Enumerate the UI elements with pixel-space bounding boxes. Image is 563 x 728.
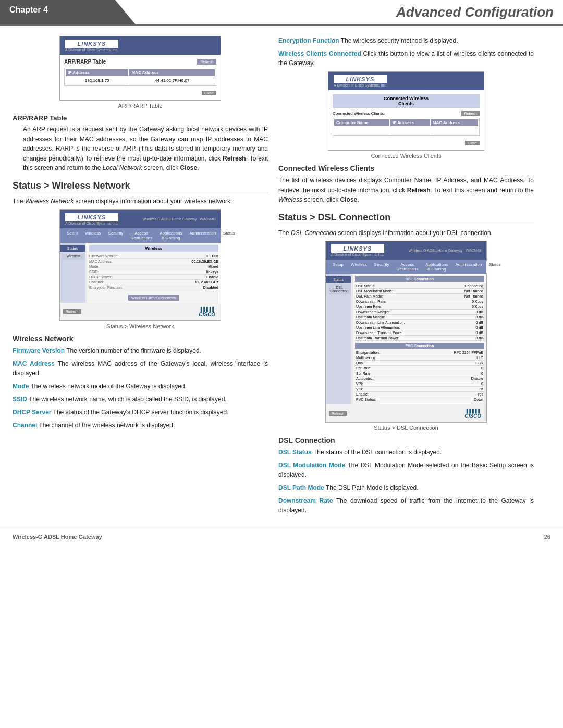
pvc-row-status: PVC Status: Down: [355, 397, 484, 402]
dsl-nav-status[interactable]: Status: [486, 261, 504, 273]
pvc-row-vci: VCI: 35: [355, 387, 484, 392]
nav-wireless[interactable]: Wireless: [82, 230, 104, 241]
arp-mac-value: 44:41:02:7F:H6:07: [129, 77, 215, 84]
wireless-clients-button[interactable]: Wireless Clients Connected: [128, 295, 179, 301]
left-column: LINKSYS A Division of Cisco Systems, Inc…: [13, 36, 268, 519]
nav-security[interactable]: Security: [106, 230, 126, 241]
arp-screenshot-caption: ARP/RARP Table: [13, 103, 268, 109]
wireless-screenshot-footer: Refresh ▌▌▌▌▌ CISCO: [60, 303, 221, 320]
linksys-logo-cwc: LINKSYS A Division of Cisco Systems, Inc…: [334, 75, 387, 87]
cwc-close-button[interactable]: Close: [465, 141, 480, 145]
pvc-row-enable: Enable: Yes: [355, 392, 484, 397]
cisco-logo-wireless: ▌▌▌▌▌ CISCO: [197, 304, 217, 319]
wireless-gateway-label: Wireless G ADSL Home Gateway WACM48: [123, 217, 215, 221]
wireless-content-area: Status Wireless Wireless Firmware Versio…: [60, 243, 221, 303]
arp-refresh-button[interactable]: Refresh: [197, 59, 216, 65]
nav-admin[interactable]: Administration: [187, 230, 218, 241]
dsl-refresh-button[interactable]: Refresh: [329, 411, 347, 416]
wireless-screenshot-container: LINKSYS A Division of Cisco Systems, Inc…: [13, 209, 268, 329]
param-dsl-status: DSL Status The status of the DSL connect…: [278, 448, 534, 457]
dsl-nav-security[interactable]: Security: [372, 261, 392, 273]
wl-row-ssid: SSID: linksys: [89, 269, 218, 275]
linksys-logo-wireless: LINKSYS A Division of Cisco Systems, Inc…: [65, 213, 118, 225]
cwc-computer-header: Computer Name: [334, 119, 389, 126]
status-dsl-heading: Status > DSL Connection: [278, 212, 534, 225]
page-footer: Wireless-G ADSL Home Gateway 26: [0, 529, 563, 544]
cwc-body-text: The list of wireless devices displays Co…: [278, 176, 534, 205]
footer-page-number: 26: [544, 534, 550, 540]
arp-screenshot-box: LINKSYS A Division of Cisco Systems, Inc…: [59, 36, 221, 101]
side-item-wireless[interactable]: Wireless: [62, 253, 85, 260]
dsl-screenshot-caption: Status > DSL Connection: [278, 425, 534, 431]
dsl-nav-applications[interactable]: Applications & Gaming: [423, 261, 450, 273]
param-dsl-downstream: Downstream Rate The download speed of tr…: [278, 496, 534, 515]
dsl-row-path: DSL Path Mode: Not Trained: [355, 294, 484, 299]
dsl-screenshot-nav: Setup Wireless Security Access Restricti…: [326, 260, 486, 274]
wireless-screenshot-header: LINKSYS A Division of Cisco Systems, Inc…: [60, 210, 221, 228]
pvc-row-encap: Encapsulation: RFC 2364 PPPoE: [355, 350, 484, 355]
right-column: Encryption Function The wireless securit…: [278, 36, 534, 519]
status-dsl-intro: The DSL Connection screen displays infor…: [278, 228, 534, 238]
dsl-row-modulation: DSL Modulation Mode: Not Trained: [355, 289, 484, 294]
side-item-dsl-status[interactable]: Status: [326, 276, 351, 283]
cwc-screenshot-header: LINKSYS A Division of Cisco Systems, Inc…: [328, 72, 484, 90]
param-channel: Channel The channel of the wireless netw…: [13, 421, 268, 430]
side-item-dsl[interactable]: DSL Connection: [328, 284, 351, 294]
chapter-text: Chapter 4: [9, 5, 48, 14]
nav-access[interactable]: Access Restrictions: [128, 230, 155, 241]
arp-section-heading: ARP/RARP Table: [13, 114, 268, 122]
page-header: Chapter 4 Advanced Configuration: [0, 0, 563, 26]
dsl-row-us-margin: Upstream Margin: 0 dB: [355, 315, 484, 320]
cwc-screenshot-container: LINKSYS A Division of Cisco Systems, Inc…: [278, 71, 534, 159]
wl-row-encryption: Encryption Function: Disabled: [89, 285, 218, 290]
cwc-refresh-button[interactable]: Refresh: [461, 111, 480, 116]
cwc-title: Connected WirelessClients: [333, 94, 480, 108]
wireless-network-subheading: Wireless Network: [13, 335, 268, 343]
arp-table: IP Address MAC Address 192.168.1.70 44:4…: [64, 68, 216, 86]
wireless-clients-button-container: Wireless Clients Connected: [89, 293, 218, 301]
side-item-status[interactable]: Status: [60, 245, 85, 252]
arp-title-bar: ARP/RARP Table Refresh: [64, 59, 216, 65]
wireless-section-title: Wireless: [89, 245, 218, 252]
dsl-screenshot-footer: Refresh ▌▌▌▌▌ CISCO: [326, 404, 486, 422]
param-dsl-modulation: DSL Modulation Mode The DSL Modulation M…: [278, 461, 534, 479]
nav-setup[interactable]: Setup: [64, 230, 80, 241]
dsl-row-ds-transmit: Downstream Transmit Power: 0 dB: [355, 330, 484, 336]
dsl-row-upstream: Upstream Rate: 0 Kbps: [355, 304, 484, 310]
table-row: 192.168.1.70 44:41:02:7F:H6:07: [66, 77, 215, 84]
nav-status[interactable]: Status: [221, 230, 238, 241]
arp-close-button[interactable]: Close: [202, 91, 216, 95]
dsl-row-ds-margin: Downstream Margin: 0 dB: [355, 310, 484, 315]
param-mode: Mode The wireless network mode of the Ga…: [13, 381, 268, 391]
dsl-screenshot-header: LINKSYS A Division of Cisco Systems, Inc…: [326, 241, 486, 260]
wireless-refresh-button[interactable]: Refresh: [63, 309, 81, 314]
arp-screenshot-header: LINKSYS A Division of Cisco Systems, Inc…: [60, 36, 221, 55]
dsl-row-status: DSL Status: Connecting: [355, 283, 484, 289]
arp-mac-header: MAC Address: [129, 69, 215, 76]
wireless-screenshot-nav: Setup Wireless Security Access Restricti…: [60, 228, 221, 243]
pvc-row-scr: Scr Rate: 0: [355, 371, 484, 376]
wl-row-dhcp: DHCP Server: Enable: [89, 275, 218, 280]
wireless-side-menu: Status Wireless: [60, 243, 85, 303]
dsl-nav-admin[interactable]: Administration: [452, 261, 484, 273]
wl-row-channel: Channel: 11, 2.462 GHz: [89, 280, 218, 285]
nav-applications[interactable]: Applications & Gaming: [157, 230, 185, 241]
pvc-row-pcr: Pcr Rate: 0: [355, 366, 484, 371]
dsl-nav-access[interactable]: Access Restrictions: [394, 261, 421, 273]
dsl-content-area: Status DSL Connection DSL Connection DSL…: [326, 274, 486, 404]
param-clients-connected: Wireless Clients Connected Click this bu…: [278, 49, 534, 68]
footer-product-name: Wireless-G ADSL Home Gateway: [13, 534, 102, 540]
dsl-row-us-att: Upstream Line Attenuation: 0 dB: [355, 325, 484, 330]
dsl-screenshot-container: LINKSYS A Division of Cisco Systems, Inc…: [278, 241, 534, 431]
cwc-controls: Connected Wireless Clients: Refresh: [333, 111, 480, 116]
dsl-row-downstream: Downstream Rate: 0 Kbps: [355, 299, 484, 304]
arp-ip-value: 192.168.1.70: [66, 77, 128, 84]
dsl-nav-wireless[interactable]: Wireless: [348, 261, 370, 273]
dsl-nav-setup[interactable]: Setup: [330, 261, 346, 273]
dsl-side-menu: Status DSL Connection: [326, 274, 351, 404]
cwc-mac-header: MAC Address: [431, 119, 478, 126]
param-encryption: Encryption Function The wireless securit…: [278, 36, 534, 45]
param-mac: MAC Address The wireless MAC address of …: [13, 359, 268, 378]
cisco-logo-dsl: ▌▌▌▌▌ CISCO: [462, 406, 483, 421]
cwc-table: Computer Name IP Address MAC Address: [333, 118, 480, 136]
